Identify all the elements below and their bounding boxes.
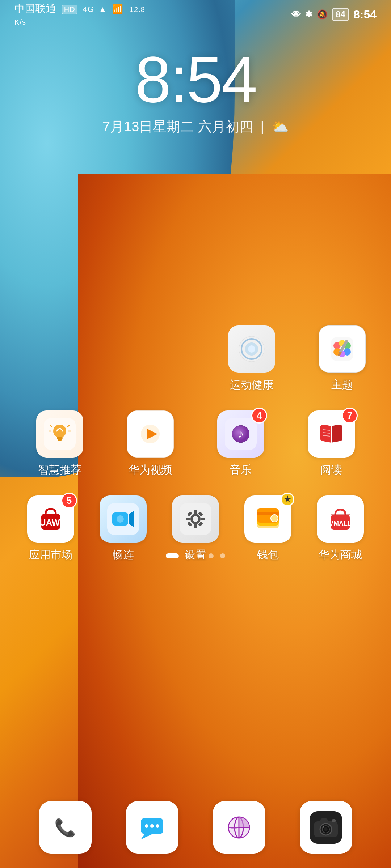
- settings-svg: [180, 503, 211, 535]
- sport-health-icon-wrapper: [228, 326, 275, 373]
- wallet-icon-wrapper: ★: [244, 495, 291, 542]
- dock-camera[interactable]: [300, 801, 352, 854]
- settings-icon: [172, 495, 219, 542]
- clock-date: 7月13日星期二 六月初四 | ⛅: [0, 118, 391, 136]
- dock-phone-icon: 📞: [39, 801, 92, 854]
- svg-point-39: [117, 515, 124, 523]
- bluetooth-icon: ✱: [305, 9, 312, 20]
- huawei-video-svg: [134, 418, 166, 450]
- app-row-3: 5 HUAWEI 应用市场: [14, 495, 377, 562]
- wifi-icon: 📶: [112, 4, 123, 14]
- reading-label: 阅读: [320, 463, 342, 477]
- signal-bars: ▲: [99, 5, 107, 14]
- smart-recommend-label: 智慧推荐: [38, 463, 81, 477]
- app-changco[interactable]: 畅连: [92, 495, 154, 562]
- reading-svg: [315, 418, 347, 450]
- message-icon-svg: [136, 811, 168, 844]
- camera-icon-svg: [310, 811, 342, 844]
- dock-browser[interactable]: [213, 801, 265, 854]
- smart-recommend-icon-wrapper: [36, 410, 83, 458]
- huawei-video-icon-wrapper: [127, 410, 174, 458]
- sport-health-svg: [235, 333, 268, 365]
- music-badge: 4: [251, 408, 267, 424]
- svg-text:VMALL: VMALL: [329, 520, 352, 527]
- app-grid: 运动健康: [0, 326, 391, 580]
- app-row-1: 运动健康: [14, 326, 377, 392]
- app-settings[interactable]: 设置: [165, 495, 226, 562]
- app-market-badge: 5: [61, 493, 77, 509]
- clock-time: 8:54: [0, 47, 391, 112]
- app-music[interactable]: 4 ♪: [210, 410, 272, 477]
- status-right: 👁 ✱ 🔕 84 8:54: [291, 8, 377, 21]
- weather-divider: |: [261, 119, 264, 134]
- music-label: 音乐: [230, 463, 252, 477]
- svg-rect-44: [194, 524, 197, 528]
- svg-point-67: [150, 824, 154, 828]
- vmall-icon: VMALL: [317, 495, 364, 542]
- app-sport-health[interactable]: 运动健康: [221, 326, 282, 392]
- page-dot-2[interactable]: [197, 553, 202, 558]
- svg-rect-45: [186, 518, 190, 520]
- svg-point-80: [323, 826, 325, 828]
- svg-rect-46: [201, 518, 205, 520]
- app-wallet[interactable]: ★ 钱包: [237, 495, 299, 562]
- reading-badge: 7: [342, 408, 358, 424]
- status-bar: 中国联通 HD 4G ▲ 📶 12.8K/s 👁 ✱ 🔕 84 8:54: [0, 0, 391, 29]
- reading-icon-wrapper: 7: [308, 410, 355, 458]
- page-dot-0[interactable]: [166, 553, 179, 558]
- page-dot-4[interactable]: [220, 553, 225, 558]
- carrier-info: 中国联通 HD 4G ▲ 📶 12.8K/s: [14, 2, 145, 27]
- theme-icon: [319, 326, 366, 373]
- svg-point-15: [53, 425, 66, 438]
- dock-message[interactable]: [126, 801, 178, 854]
- changco-icon: [100, 495, 147, 542]
- page-dots: [0, 553, 391, 558]
- app-vmall[interactable]: VMALL 华为商城: [310, 495, 371, 562]
- theme-label: 主题: [331, 378, 353, 392]
- theme-svg: [326, 333, 358, 365]
- page-dot-3[interactable]: [209, 553, 214, 558]
- vmall-icon-wrapper: VMALL: [317, 495, 364, 542]
- vmall-svg: VMALL: [324, 503, 356, 535]
- carrier-name: 中国联通: [14, 3, 56, 14]
- dock-phone[interactable]: 📞: [39, 801, 92, 854]
- sport-health-label: 运动健康: [230, 378, 273, 392]
- signal-4g: 4G: [83, 5, 94, 14]
- svg-point-66: [145, 824, 148, 828]
- huawei-video-label: 华为视频: [129, 463, 172, 477]
- app-market-icon-wrapper: 5 HUAWEI: [27, 495, 74, 542]
- settings-icon-wrapper: [172, 495, 219, 542]
- dock-browser-icon: [213, 801, 265, 854]
- app-reading[interactable]: 7 阅读: [300, 410, 362, 477]
- svg-point-3: [248, 345, 255, 353]
- browser-icon-svg: [223, 811, 255, 844]
- svg-rect-43: [194, 510, 197, 514]
- app-huawei-video[interactable]: 华为视频: [119, 410, 181, 477]
- clock-area: 8:54 7月13日星期二 六月初四 | ⛅: [0, 47, 391, 136]
- changco-svg: [107, 503, 139, 535]
- sound-icon: 🔕: [317, 9, 328, 20]
- page-dot-1[interactable]: [185, 553, 190, 558]
- dock-camera-icon: [300, 801, 352, 854]
- battery-indicator: 84: [332, 8, 349, 21]
- dock: 📞: [0, 801, 391, 854]
- svg-text:📞: 📞: [54, 817, 76, 838]
- app-market-svg: HUAWEI: [35, 503, 67, 535]
- svg-rect-81: [320, 818, 328, 823]
- clock-statusbar: 8:54: [353, 8, 377, 21]
- app-theme[interactable]: 主题: [311, 326, 373, 392]
- svg-point-42: [193, 516, 198, 522]
- huawei-video-icon: [127, 410, 174, 458]
- app-smart-recommend[interactable]: 智慧推荐: [29, 410, 91, 477]
- wallet-svg: [252, 503, 284, 535]
- eye-icon: 👁: [291, 9, 301, 20]
- svg-point-79: [324, 827, 328, 831]
- theme-icon-wrapper: [319, 326, 366, 373]
- changco-icon-wrapper: [100, 495, 147, 542]
- svg-rect-82: [332, 819, 336, 822]
- hd-badge: HD: [62, 5, 77, 14]
- weather-icon: ⛅: [272, 119, 289, 134]
- svg-rect-17: [58, 439, 62, 441]
- app-app-market[interactable]: 5 HUAWEI 应用市场: [20, 495, 81, 562]
- smart-recommend-icon: [36, 410, 83, 458]
